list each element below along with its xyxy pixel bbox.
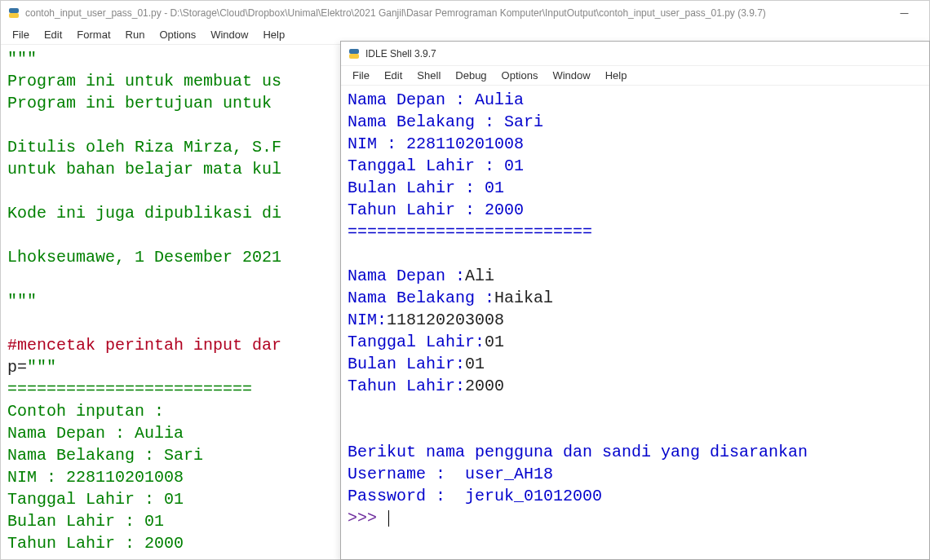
menu-help[interactable]: Help — [599, 68, 634, 83]
out-line: NIM : 228110201008 — [348, 134, 524, 153]
out-line: Bulan Lahir: — [348, 355, 465, 373]
code-line: Nama Belakang : Sari — [7, 446, 203, 465]
out-line: Bulan Lahir : 01 — [348, 179, 504, 197]
shell-titlebar: IDLE Shell 3.9.7 — [341, 42, 929, 66]
menu-options[interactable]: Options — [153, 27, 202, 42]
code-line: Program ini untuk membuat us — [7, 72, 281, 90]
code-line: Bulan Lahir : 01 — [7, 512, 164, 531]
code-line: Tahun Lahir : 2000 — [7, 534, 184, 553]
out-line: Tanggal Lahir: — [348, 333, 485, 351]
code-line: NIM : 228110201008 — [7, 468, 184, 487]
svg-rect-1 — [9, 13, 19, 18]
code-line: Tanggal Lahir : 01 — [7, 490, 184, 509]
python-icon — [348, 47, 361, 60]
out-line: 2000 — [465, 377, 504, 395]
code-line: untuk bahan belajar mata kul — [7, 160, 281, 179]
out-line: 01 — [465, 355, 485, 373]
code-line: Kode ini juga dipublikasi di — [7, 204, 281, 223]
menu-run[interactable]: Run — [119, 27, 152, 42]
out-line: 118120203008 — [387, 311, 504, 329]
out-line: Ali — [465, 267, 494, 285]
editor-title: contoh_input_user_pass_01.py - D:\Storag… — [25, 7, 766, 19]
code-line: Lhokseumawe, 1 Desember 2021 — [7, 248, 281, 267]
svg-rect-3 — [349, 54, 359, 59]
out-line: Nama Belakang : — [348, 289, 494, 307]
text-cursor — [388, 510, 389, 527]
menu-edit[interactable]: Edit — [38, 27, 69, 42]
code-line: p= — [7, 358, 27, 377]
out-line: NIM: — [348, 311, 387, 329]
menu-format[interactable]: Format — [70, 27, 117, 42]
menu-shell[interactable]: Shell — [410, 68, 447, 83]
menu-window[interactable]: Window — [546, 68, 596, 83]
shell-title: IDLE Shell 3.9.7 — [365, 48, 436, 60]
out-line: 01 — [485, 333, 504, 351]
code-line: """ — [7, 50, 37, 68]
editor-titlebar: contoh_input_user_pass_01.py - D:\Storag… — [1, 1, 929, 25]
code-line: #mencetak perintah input dar — [7, 336, 281, 355]
out-line: Password : jeruk_01012000 — [348, 487, 602, 505]
code-line: Program ini bertujuan untuk — [7, 94, 281, 112]
editor-window-controls: ─ — [886, 1, 923, 25]
shell-window: IDLE Shell 3.9.7 File Edit Shell Debug O… — [340, 41, 930, 560]
out-line: ========================= — [348, 223, 592, 241]
menu-window[interactable]: Window — [204, 27, 255, 42]
out-line: Tanggal Lahir : 01 — [348, 157, 524, 175]
code-line: ========================= — [7, 380, 252, 399]
svg-rect-2 — [349, 49, 359, 54]
svg-rect-0 — [9, 8, 19, 13]
out-line: Tahun Lahir: — [348, 377, 465, 395]
out-line: Nama Depan : — [348, 267, 465, 285]
out-line: Berikut nama pengguna dan sandi yang dis… — [348, 443, 808, 461]
out-line: Nama Depan : Aulia — [348, 90, 524, 109]
code-line: Contoh inputan : — [7, 402, 164, 421]
code-line: """ — [27, 358, 56, 377]
out-line: Haikal — [494, 289, 553, 307]
menu-file[interactable]: File — [6, 27, 36, 42]
menu-options[interactable]: Options — [495, 68, 545, 83]
shell-output-area[interactable]: Nama Depan : Aulia Nama Belakang : Sari … — [341, 86, 929, 532]
code-line: """ — [7, 292, 37, 311]
out-line: Tahun Lahir : 2000 — [348, 201, 524, 219]
out-line: Nama Belakang : Sari — [348, 112, 543, 131]
menu-file[interactable]: File — [346, 68, 376, 83]
menu-debug[interactable]: Debug — [449, 68, 493, 83]
prompt: >>> — [348, 509, 387, 527]
code-line: Nama Depan : Aulia — [7, 424, 184, 443]
code-line: Ditulis oleh Riza Mirza, S.F — [7, 138, 281, 157]
out-line: Username : user_AH18 — [348, 465, 553, 483]
shell-menubar: File Edit Shell Debug Options Window Hel… — [341, 66, 929, 86]
menu-help[interactable]: Help — [256, 27, 291, 42]
menu-edit[interactable]: Edit — [378, 68, 409, 83]
python-icon — [7, 7, 20, 20]
minimize-button[interactable]: ─ — [886, 1, 923, 25]
